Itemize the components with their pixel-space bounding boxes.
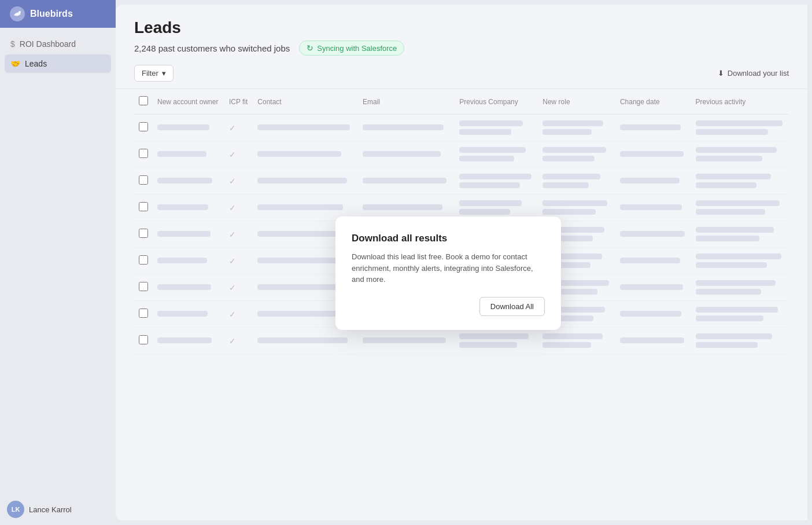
filter-label: Filter xyxy=(142,69,158,78)
previous-company-cell xyxy=(459,333,533,348)
prev-activity-cell xyxy=(696,227,784,241)
icp-checkmark: ✓ xyxy=(229,230,236,239)
prev-activity-line2 xyxy=(696,289,761,295)
table-row: ✓ xyxy=(134,328,789,354)
change-date-skeleton xyxy=(620,337,684,343)
user-name: Lance Karrol xyxy=(29,505,72,514)
prev-activity-line2 xyxy=(696,129,768,135)
prev-activity-line2 xyxy=(696,315,763,321)
col-change-date: Change date xyxy=(615,89,691,115)
new-role-line1 xyxy=(542,200,607,206)
account-owner-skeleton xyxy=(157,204,208,210)
table-header-row: New account owner ICP fit Contact Email … xyxy=(134,89,789,115)
contact-skeleton xyxy=(257,337,348,343)
col-previous-activity: Previous activity xyxy=(691,89,789,115)
leads-icon: 🤝 xyxy=(10,59,20,68)
contact-skeleton xyxy=(257,204,343,210)
main-content: Leads 2,248 past customers who switched … xyxy=(116,5,807,520)
col-new-role: New role xyxy=(538,89,615,115)
email-skeleton xyxy=(363,151,441,157)
row-checkbox[interactable] xyxy=(139,122,148,131)
email-skeleton xyxy=(363,204,442,210)
new-role-cell xyxy=(542,174,611,188)
icp-checkmark: ✓ xyxy=(229,256,236,266)
sync-badge: ↻ Syncing with Salesforce xyxy=(299,41,404,56)
prev-activity-line2 xyxy=(696,342,758,348)
prev-activity-line1 xyxy=(696,227,774,233)
row-checkbox[interactable] xyxy=(139,149,148,158)
change-date-skeleton xyxy=(620,151,684,157)
prev-company-line1 xyxy=(459,120,523,126)
page-title: Leads xyxy=(134,19,789,37)
change-date-skeleton xyxy=(620,231,685,237)
prev-activity-line2 xyxy=(696,236,759,241)
prev-company-line1 xyxy=(459,174,532,179)
sidebar-nav: $ ROI Dashboard 🤝 Leads xyxy=(0,28,116,494)
previous-company-cell xyxy=(459,147,533,161)
contact-skeleton xyxy=(257,258,345,263)
account-owner-skeleton xyxy=(157,178,212,183)
sidebar-item-roi-dashboard[interactable]: $ ROI Dashboard xyxy=(5,35,111,53)
download-all-button[interactable]: Download All xyxy=(479,297,545,316)
previous-company-cell xyxy=(459,120,533,135)
prev-activity-line2 xyxy=(696,156,762,161)
sidebar-item-label: ROI Dashboard xyxy=(20,39,76,49)
account-owner-skeleton xyxy=(157,258,207,263)
popup-description: Download this lead list free. Book a dem… xyxy=(352,251,545,285)
download-icon: ⬇ xyxy=(718,69,724,78)
contact-skeleton xyxy=(257,124,350,130)
new-role-line1 xyxy=(542,174,600,179)
prev-activity-line1 xyxy=(696,333,772,339)
account-owner-skeleton xyxy=(157,311,208,317)
row-checkbox[interactable] xyxy=(139,309,148,318)
download-list-button[interactable]: ⬇ Download your list xyxy=(718,69,789,78)
icp-checkmark: ✓ xyxy=(229,310,236,319)
prev-company-line1 xyxy=(459,200,522,206)
prev-company-line1 xyxy=(459,147,526,153)
table-row: ✓ xyxy=(134,115,789,141)
col-contact: Contact xyxy=(253,89,358,115)
email-skeleton xyxy=(363,178,446,183)
prev-activity-line1 xyxy=(696,147,777,153)
download-popup: Download all results Download this lead … xyxy=(335,216,561,330)
prev-activity-line2 xyxy=(696,209,765,215)
prev-activity-line1 xyxy=(696,280,776,286)
sidebar-item-leads[interactable]: 🤝 Leads xyxy=(5,54,111,73)
sync-icon: ↻ xyxy=(307,43,313,53)
new-role-cell xyxy=(542,333,611,348)
prev-activity-cell xyxy=(696,200,784,215)
email-skeleton xyxy=(363,124,444,130)
account-owner-skeleton xyxy=(157,124,209,130)
row-checkbox[interactable] xyxy=(139,335,148,344)
prev-activity-cell xyxy=(696,147,784,161)
chevron-down-icon: ▾ xyxy=(162,69,166,78)
change-date-skeleton xyxy=(620,284,683,290)
prev-activity-cell xyxy=(696,120,784,135)
account-owner-skeleton xyxy=(157,231,211,237)
row-checkbox[interactable] xyxy=(139,282,148,291)
prev-company-line2 xyxy=(459,182,520,188)
row-checkbox[interactable] xyxy=(139,202,148,211)
subtitle-row: 2,248 past customers who switched jobs ↻… xyxy=(134,41,789,56)
prev-activity-line1 xyxy=(696,120,783,126)
col-email: Email xyxy=(358,89,455,115)
filter-button[interactable]: Filter ▾ xyxy=(134,65,174,82)
account-owner-skeleton xyxy=(157,151,206,157)
select-all-header xyxy=(134,89,153,115)
sidebar-header: Bluebirds xyxy=(0,0,116,28)
download-list-label: Download your list xyxy=(728,69,789,78)
app-name: Bluebirds xyxy=(30,9,73,19)
row-checkbox[interactable] xyxy=(139,229,148,238)
row-checkbox[interactable] xyxy=(139,175,148,185)
bluebirds-logo-icon xyxy=(9,6,25,22)
prev-activity-line1 xyxy=(696,254,781,259)
account-owner-skeleton xyxy=(157,337,212,343)
prev-activity-cell xyxy=(696,280,784,295)
new-role-line2 xyxy=(542,182,589,188)
prev-activity-line1 xyxy=(696,307,778,313)
select-all-checkbox[interactable] xyxy=(139,96,148,105)
new-role-cell xyxy=(542,120,611,135)
row-checkbox[interactable] xyxy=(139,255,148,265)
sync-label: Syncing with Salesforce xyxy=(317,44,397,53)
popup-title: Download all results xyxy=(352,233,545,244)
